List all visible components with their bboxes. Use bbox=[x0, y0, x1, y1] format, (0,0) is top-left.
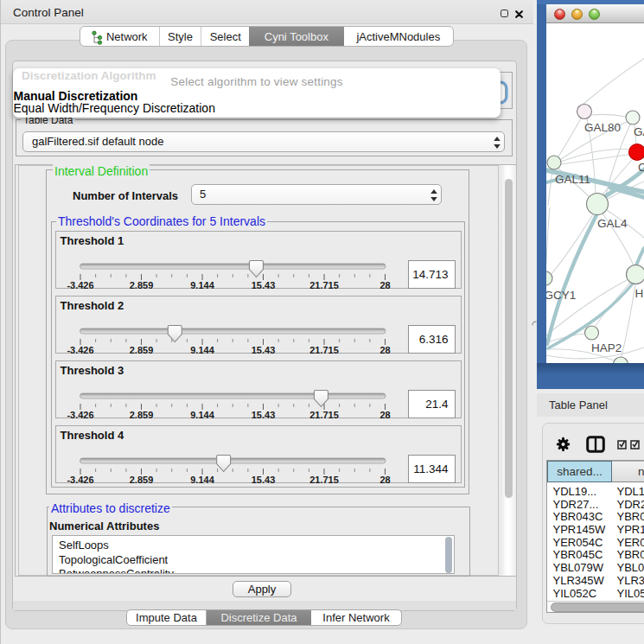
svg-text:28: 28 bbox=[379, 280, 390, 290]
svg-text:-3.426: -3.426 bbox=[67, 345, 93, 354]
svg-text:GAL80: GAL80 bbox=[584, 121, 621, 134]
svg-text:9.144: 9.144 bbox=[190, 345, 214, 354]
svg-text:21.715: 21.715 bbox=[309, 280, 339, 290]
svg-text:15.43: 15.43 bbox=[252, 410, 276, 419]
svg-text:H: H bbox=[635, 287, 644, 300]
svg-text:21.715: 21.715 bbox=[309, 475, 339, 484]
svg-text:15.43: 15.43 bbox=[252, 475, 276, 484]
svg-text:15.43: 15.43 bbox=[252, 280, 276, 290]
svg-text:GAL4: GAL4 bbox=[597, 217, 628, 230]
svg-text:2.859: 2.859 bbox=[130, 475, 154, 484]
svg-text:2.859: 2.859 bbox=[130, 345, 154, 354]
svg-text:GCY1: GCY1 bbox=[546, 289, 576, 302]
svg-text:28: 28 bbox=[379, 475, 390, 484]
svg-text:HAP2: HAP2 bbox=[591, 341, 622, 354]
svg-text:GAL11: GAL11 bbox=[555, 173, 590, 186]
svg-text:21.715: 21.715 bbox=[309, 410, 339, 419]
svg-text:9.144: 9.144 bbox=[190, 475, 214, 484]
svg-text:C: C bbox=[638, 161, 644, 174]
svg-text:GA: GA bbox=[634, 125, 644, 138]
svg-text:-3.426: -3.426 bbox=[67, 280, 93, 290]
svg-text:28: 28 bbox=[379, 410, 390, 419]
svg-text:9.144: 9.144 bbox=[190, 410, 214, 419]
svg-text:2.859: 2.859 bbox=[130, 280, 154, 290]
svg-text:15.43: 15.43 bbox=[252, 345, 276, 354]
svg-text:21.715: 21.715 bbox=[309, 345, 339, 354]
svg-text:9.144: 9.144 bbox=[190, 280, 214, 290]
svg-text:-3.426: -3.426 bbox=[67, 410, 93, 419]
svg-text:2.859: 2.859 bbox=[130, 410, 154, 419]
svg-text:-3.426: -3.426 bbox=[67, 475, 93, 484]
svg-text:28: 28 bbox=[379, 345, 390, 354]
